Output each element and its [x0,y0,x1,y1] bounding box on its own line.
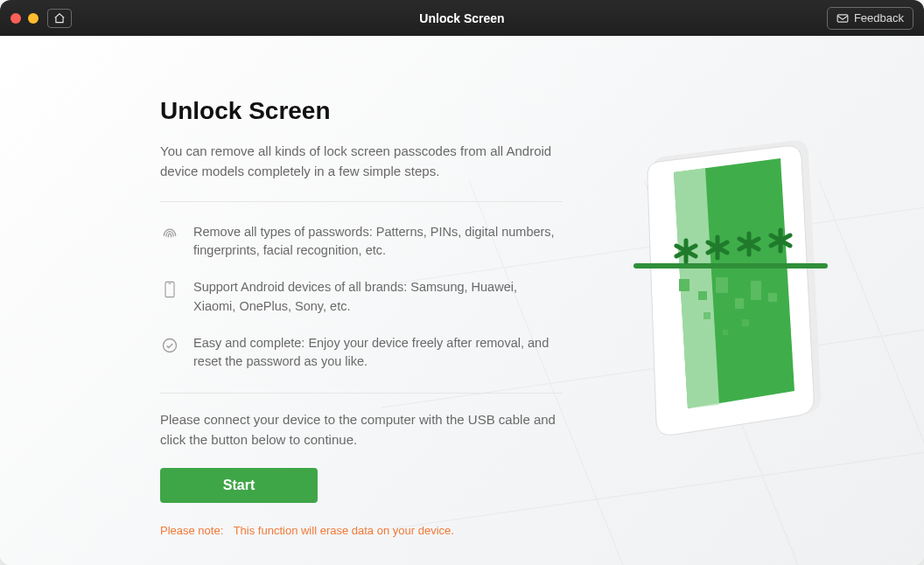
minimize-window-button[interactable] [28,13,38,24]
note-text: This function will erase data on your de… [234,524,454,537]
feedback-label: Feedback [854,11,904,24]
page-heading: Unlock Screen [160,97,924,125]
window-title: Unlock Screen [419,11,504,25]
window-controls [10,13,38,24]
feature-text: Easy and complete: Enjoy your device fre… [193,334,563,373]
start-button[interactable]: Start [160,468,318,503]
feature-list: Remove all types of passwords: Patterns,… [160,202,563,394]
svg-rect-0 [837,14,848,21]
divider-bottom [160,393,563,394]
close-window-button[interactable] [10,13,21,24]
instruction-text: Please connect your device to the comput… [160,409,563,450]
fingerprint-icon [160,225,179,244]
feature-text: Remove all types of passwords: Patterns,… [193,223,563,262]
svg-rect-8 [165,282,174,296]
home-icon [53,12,66,24]
feature-item: Remove all types of passwords: Patterns,… [160,214,563,270]
page-subtitle: You can remove all kinds of lock screen … [160,141,563,182]
feedback-button[interactable]: Feedback [827,7,914,30]
content-area: Unlock Screen You can remove all kinds o… [0,36,924,565]
warning-note: Please note: This function will erase da… [160,524,924,537]
phone-icon [160,280,179,299]
feature-item: Easy and complete: Enjoy your device fre… [160,325,563,381]
mail-icon [836,13,849,24]
titlebar: Unlock Screen Feedback [0,0,924,36]
note-label: Please note: [160,524,223,537]
check-circle-icon [160,336,179,355]
home-button[interactable] [47,9,72,28]
app-window: Unlock Screen Feedback Unlock Screen Yo [0,0,924,565]
feature-item: Support Android devices of all brands: S… [160,269,563,325]
feature-text: Support Android devices of all brands: S… [193,278,563,317]
svg-point-10 [164,338,177,352]
